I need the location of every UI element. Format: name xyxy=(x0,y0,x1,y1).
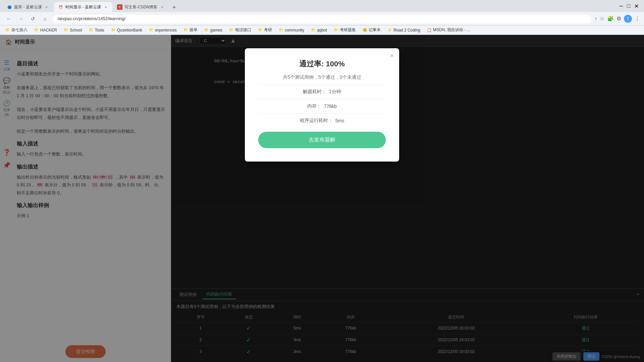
bookmark-icon[interactable]: ☆ xyxy=(600,15,604,22)
toolbar-icons: ↑ ☆ 🧩 ⚙ T ⋮ xyxy=(594,15,640,23)
bookmark-road2coding[interactable]: ⚡ Road 2 Coding xyxy=(385,27,423,33)
bookmark-msdn-icon: 📋 xyxy=(427,28,432,32)
bookmark-jishiben-icon: 😊 xyxy=(363,28,367,32)
bookmark-dianhuajiekou[interactable]: 📁 电话接口 xyxy=(226,26,254,34)
address-bar-row: ← → ↺ ⌂ ↑ ☆ 🧩 ⚙ T ⋮ xyxy=(0,12,644,25)
bookmark-school-icon: 📁 xyxy=(64,28,68,32)
runtime-label: 程序运行耗时： xyxy=(300,118,333,124)
publish-solution-button[interactable]: 去发布题解 xyxy=(258,132,386,148)
back-button[interactable]: ← xyxy=(4,14,13,23)
new-tab-button[interactable]: + xyxy=(169,3,179,12)
bookmark-community-icon: 📁 xyxy=(279,28,283,32)
bookmark-kaoyanteji[interactable]: 📁 考研题集 xyxy=(331,26,359,34)
tab-3-close[interactable]: × xyxy=(159,4,165,10)
bookmark-experiences[interactable]: 📁 experiences xyxy=(146,27,179,33)
bookmark-road2coding-icon: ⚡ xyxy=(387,28,392,32)
bookmark-qqbot[interactable]: 📁 qqbot xyxy=(308,27,330,33)
modal-divider2 xyxy=(258,99,386,99)
tab-1[interactable]: 🔵 题库 - 蓝桥云课 × xyxy=(3,2,53,12)
tab-2-label: 时间显示 - 蓝桥云课 xyxy=(65,4,101,10)
maximize-icon[interactable]: □ xyxy=(627,3,630,9)
result-modal: × 通过率: 100% 共5个测试用例，5个通过，0个未通过 解题耗时： 1分钟… xyxy=(245,48,399,162)
memory-value: 776kb xyxy=(324,104,337,109)
reload-button[interactable]: ↺ xyxy=(28,14,38,23)
bookmark-kaoyanteji-icon: 📁 xyxy=(334,28,338,32)
bookmark-zaziqiba-icon: 📁 xyxy=(5,28,10,32)
bookmark-community[interactable]: 📁 community xyxy=(276,27,307,33)
bookmark-kaoyan-icon: 📁 xyxy=(258,28,263,32)
modal-runtime-detail: 程序运行耗时： 5ms xyxy=(258,118,386,124)
bookmark-questionbank[interactable]: 📁 QusetionBank xyxy=(108,27,145,33)
tab-3-icon: C xyxy=(117,4,122,10)
bookmark-qqbot-icon: 📁 xyxy=(311,28,316,32)
profile-icon[interactable]: T xyxy=(624,15,632,23)
puzzle-icon[interactable]: ⚙ xyxy=(616,15,621,22)
tab-bar: 🔵 题库 - 蓝桥云课 × ⏰ 时间显示 - 蓝桥云课 × C 写文章-CSDN… xyxy=(3,0,618,12)
tab-2-icon: ⏰ xyxy=(58,4,63,10)
minimize-icon[interactable]: ─ xyxy=(619,3,623,9)
bookmark-jiedan[interactable]: 📁 接单 xyxy=(181,26,200,34)
address-input[interactable] xyxy=(52,14,592,23)
bookmark-games[interactable]: 📁 games xyxy=(202,27,225,33)
bookmark-hacker-icon: 📁 xyxy=(34,28,39,32)
time-value: 1分钟 xyxy=(329,89,341,95)
bookmark-zaziqiba[interactable]: 📁 杂七杂八 xyxy=(3,26,30,34)
tab-1-label: 题库 - 蓝桥云课 xyxy=(14,4,42,10)
close-window-icon[interactable]: ✕ xyxy=(634,3,639,9)
bookmark-hacker[interactable]: 📁 HACKER xyxy=(32,27,60,33)
forward-button[interactable]: → xyxy=(16,14,25,23)
bookmark-jishiben[interactable]: 😊 记事本 xyxy=(360,26,383,34)
tab-2-close[interactable]: × xyxy=(103,4,108,10)
bookmark-msdn[interactable]: 📋 MSDN, 我告诉你 - ... xyxy=(424,26,473,34)
tab-2[interactable]: ⏰ 时间显示 - 蓝桥云课 × xyxy=(54,2,113,12)
modal-overlay: × 通过率: 100% 共5个测试用例，5个通过，0个未通过 解题耗时： 1分钟… xyxy=(0,35,644,362)
bookmarks-bar: 📁 杂七杂八 📁 HACKER 📁 School 📁 Tools 📁 Quset… xyxy=(0,25,644,35)
extension-icon[interactable]: 🧩 xyxy=(607,15,614,22)
tab-1-close[interactable]: × xyxy=(44,4,49,10)
share-icon[interactable]: ↑ xyxy=(594,16,597,22)
bookmark-school[interactable]: 📁 School xyxy=(61,27,85,33)
modal-close-button[interactable]: × xyxy=(390,52,394,59)
bookmark-games-icon: 📁 xyxy=(204,28,209,32)
bookmark-kaoyan[interactable]: 📁 考研 xyxy=(255,26,275,34)
bookmark-questionbank-icon: 📁 xyxy=(111,28,116,32)
home-button[interactable]: ⌂ xyxy=(40,14,50,23)
tab-3-label: 写文章-CSDN博客 xyxy=(124,4,157,10)
modal-memory-detail: 内存： 776kb xyxy=(258,103,386,109)
memory-label: 内存： xyxy=(307,103,321,109)
modal-title: 通过率: 100% xyxy=(258,59,386,69)
bookmark-jiedan-icon: 📁 xyxy=(183,28,188,32)
tab-3[interactable]: C 写文章-CSDN博客 × xyxy=(113,2,169,12)
bookmark-dianhuajiekou-icon: 📁 xyxy=(229,28,234,32)
window-controls: ─ □ ✕ xyxy=(619,3,641,9)
modal-stat: 共5个测试用例，5个通过，0个未通过 xyxy=(258,74,386,80)
more-icon[interactable]: ⋮ xyxy=(635,15,640,22)
time-label: 解题耗时： xyxy=(303,89,326,95)
runtime-value: 5ms xyxy=(335,118,344,123)
bookmark-experiences-icon: 📁 xyxy=(149,28,154,32)
browser-chrome: 🔵 题库 - 蓝桥云课 × ⏰ 时间显示 - 蓝桥云课 × C 写文章-CSDN… xyxy=(0,0,644,12)
modal-divider1 xyxy=(258,84,386,85)
bookmark-tools-icon: 📁 xyxy=(89,28,94,32)
bookmark-tools[interactable]: 📁 Tools xyxy=(86,27,107,33)
modal-time-detail: 解题耗时： 1分钟 xyxy=(258,89,386,95)
tab-1-icon: 🔵 xyxy=(7,4,12,10)
modal-divider3 xyxy=(258,113,386,114)
